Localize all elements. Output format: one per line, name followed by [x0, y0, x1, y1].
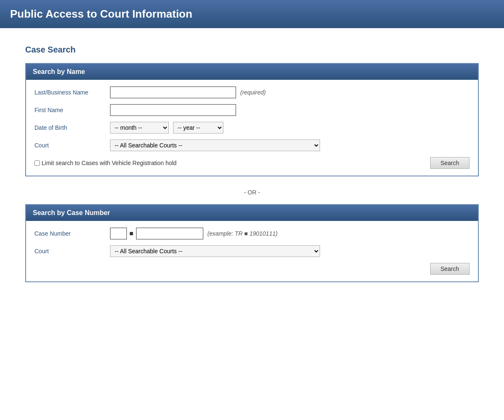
case-number-input[interactable] [136, 228, 203, 239]
court-select-case[interactable]: -- All Searchable Courts -- [110, 245, 320, 257]
or-divider: - OR - [25, 189, 479, 196]
dob-controls: -- month -- January February March April… [110, 122, 470, 134]
search-by-name-body: Last/Business Name (required) First Name… [26, 80, 478, 176]
case-example: (example: TR ■ 19010111) [207, 230, 278, 237]
search-by-name-title: Search by Name [33, 68, 471, 76]
first-name-input[interactable] [110, 104, 236, 116]
name-search-button[interactable]: Search [430, 157, 470, 169]
case-search-button[interactable]: Search [430, 263, 470, 275]
dob-label: Date of Birth [34, 124, 110, 131]
last-name-label: Last/Business Name [34, 89, 110, 96]
limit-checkbox[interactable] [34, 160, 40, 166]
required-label: (required) [240, 89, 266, 96]
case-number-row: Case Number ■ (example: TR ■ 19010111) [34, 228, 470, 239]
search-by-name-panel: Search by Name Last/Business Name (requi… [25, 63, 479, 176]
first-name-label: First Name [34, 107, 110, 113]
court-select-name[interactable]: -- All Searchable Courts -- [110, 139, 320, 151]
search-by-case-panel: Search by Case Number Case Number ■ (exa… [25, 204, 479, 282]
case-search-bottom-row: Search [34, 263, 470, 275]
dash-separator: ■ [129, 230, 134, 237]
limit-checkbox-label[interactable]: Limit search to Cases with Vehicle Regis… [34, 160, 176, 166]
year-select[interactable]: -- year -- 2024 2023 2022 2021 2020 2019… [173, 122, 223, 134]
page-title: Public Access to Court Information [10, 8, 494, 21]
month-select[interactable]: -- month -- January February March April… [110, 122, 169, 134]
case-number-controls: ■ (example: TR ■ 19010111) [110, 228, 470, 239]
first-name-controls [110, 104, 470, 116]
search-by-name-header: Search by Name [26, 64, 478, 80]
case-prefix-input[interactable] [110, 228, 127, 239]
court-controls-case: -- All Searchable Courts -- [110, 245, 470, 257]
court-label-name: Court [34, 142, 110, 149]
court-row-name: Court -- All Searchable Courts -- [34, 139, 470, 151]
search-by-case-body: Case Number ■ (example: TR ■ 19010111) C… [26, 221, 478, 281]
court-row-case: Court -- All Searchable Courts -- [34, 245, 470, 257]
page-header: Public Access to Court Information [0, 0, 504, 28]
section-title: Case Search [25, 45, 479, 55]
page-content: Case Search Search by Name Last/Business… [0, 41, 504, 299]
first-name-row: First Name [34, 104, 470, 116]
case-number-inputs: ■ [110, 228, 203, 239]
court-label-case: Court [34, 248, 110, 255]
last-name-input[interactable] [110, 87, 236, 98]
search-by-case-header: Search by Case Number [26, 205, 478, 221]
last-name-row: Last/Business Name (required) [34, 87, 470, 98]
court-controls-name: -- All Searchable Courts -- [110, 139, 470, 151]
case-number-label: Case Number [34, 230, 110, 237]
search-by-case-title: Search by Case Number [33, 209, 471, 217]
name-search-bottom-row: Limit search to Cases with Vehicle Regis… [34, 157, 470, 169]
last-name-controls: (required) [110, 87, 470, 98]
dob-row: Date of Birth -- month -- January Februa… [34, 122, 470, 134]
limit-label-text: Limit search to Cases with Vehicle Regis… [42, 160, 176, 166]
